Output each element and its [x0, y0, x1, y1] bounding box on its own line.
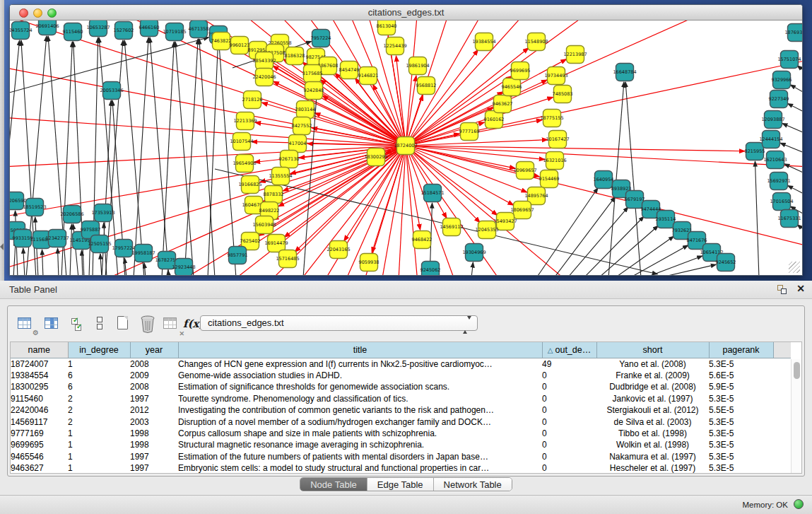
table-cell[interactable]: 2008: [130, 358, 178, 370]
graph-node[interactable]: [256, 69, 273, 86]
table-cell[interactable]: Yano et al. (2008): [596, 358, 709, 370]
graph-node[interactable]: [409, 57, 427, 75]
graph-node[interactable]: [141, 21, 158, 37]
graph-node[interactable]: [166, 23, 184, 41]
graph-node[interactable]: [494, 95, 512, 113]
graph-node[interactable]: [626, 191, 644, 209]
network-canvas[interactable]: 2435572420691406911546010653287152760264…: [10, 21, 802, 275]
table-cell[interactable]: Franke et al. (2009): [596, 370, 709, 381]
graph-node[interactable]: [767, 151, 784, 169]
graph-node[interactable]: [717, 254, 735, 271]
table-cell[interactable]: 9463627: [11, 462, 68, 474]
graph-node[interactable]: [304, 65, 322, 83]
delete-column-button[interactable]: [139, 315, 158, 333]
column-header-in-degree[interactable]: in_degree: [68, 342, 130, 358]
graph-node[interactable]: [190, 21, 208, 38]
table-cell[interactable]: 6: [68, 381, 130, 392]
table-cell[interactable]: 1998: [130, 428, 178, 439]
table-cell[interactable]: 49: [542, 358, 596, 370]
table-cell[interactable]: Genome-wide association studies in ADHD.: [178, 370, 542, 381]
table-cell[interactable]: 9465546: [11, 451, 68, 462]
table-cell[interactable]: 0: [542, 451, 596, 462]
table-cell[interactable]: 9115460: [11, 393, 68, 404]
close-panel-button[interactable]: ✕: [796, 283, 805, 294]
graph-node[interactable]: [548, 67, 565, 85]
graph-node[interactable]: [413, 231, 431, 249]
graph-node[interactable]: [773, 71, 791, 89]
table-cell[interactable]: 5.3E-5: [709, 358, 773, 370]
graph-node[interactable]: [305, 82, 323, 100]
graph-node[interactable]: [497, 213, 514, 230]
table-cell[interactable]: 5.9E-5: [709, 381, 773, 392]
table-cell[interactable]: Investigating the contribution of common…: [178, 404, 542, 416]
graph-node[interactable]: [554, 86, 572, 103]
table-cell[interactable]: Wolkin et al. (1998): [596, 439, 709, 450]
table-cell[interactable]: 6: [68, 370, 130, 381]
panel-collapse-handle[interactable]: [0, 243, 4, 250]
table-cell[interactable]: Disruption of a novel member of a sodium…: [178, 416, 542, 428]
scrollbar-thumb[interactable]: [794, 362, 800, 379]
table-cell[interactable]: 5.5E-5: [709, 404, 773, 416]
graph-node[interactable]: [773, 193, 791, 211]
table-cell[interactable]: 5.3E-5: [709, 416, 773, 428]
graph-node[interactable]: [595, 171, 613, 189]
graph-node[interactable]: [213, 33, 230, 50]
table-row[interactable]: 1456911722003Disruption of a novel membe…: [11, 416, 791, 428]
graph-node[interactable]: [293, 117, 311, 135]
table-cell[interactable]: 2: [68, 416, 130, 428]
table-cell[interactable]: 0: [542, 428, 596, 439]
table-row[interactable]: 977716911998Corpus callosum shape and si…: [11, 428, 791, 439]
table-row[interactable]: 946362711997Embryonic stem cells: a mode…: [11, 462, 791, 474]
table-cell[interactable]: 2003: [130, 416, 178, 428]
table-cell[interactable]: 0: [542, 439, 596, 450]
graph-node[interactable]: [237, 112, 254, 130]
table-cell[interactable]: 2012: [130, 404, 178, 416]
graph-node[interactable]: [443, 218, 461, 236]
graph-node[interactable]: [657, 211, 675, 228]
table-cell[interactable]: Estimation of the future numbers of pati…: [178, 451, 542, 462]
table-cell[interactable]: 1: [68, 358, 130, 370]
table-row[interactable]: 969969511998Structural magnetic resonanc…: [11, 439, 791, 450]
graph-node[interactable]: [279, 250, 297, 268]
graph-node[interactable]: [424, 185, 442, 202]
float-panel-button[interactable]: [777, 285, 787, 294]
table-cell[interactable]: 14569117: [11, 416, 68, 428]
graph-node[interactable]: [541, 170, 558, 188]
graph-node[interactable]: [781, 210, 799, 228]
table-selector-dropdown[interactable]: citations_edges.txt: [200, 315, 478, 331]
table-cell[interactable]: 2008: [130, 381, 178, 392]
graph-node[interactable]: [422, 262, 440, 276]
table-scroll-area[interactable]: name in_degree year title △out_de… short…: [10, 341, 802, 474]
table-cell[interactable]: 1997: [130, 451, 178, 462]
graph-node[interactable]: [528, 33, 546, 51]
graph-node[interactable]: [378, 21, 396, 35]
graph-node[interactable]: [115, 240, 133, 257]
graph-node[interactable]: [781, 51, 799, 69]
table-cell[interactable]: Changes of HCN gene expression and I(f) …: [178, 358, 542, 370]
graph-node[interactable]: [418, 77, 435, 95]
table-cell[interactable]: Tibbo et al. (1998): [596, 428, 709, 439]
table-cell[interactable]: 5.3E-5: [709, 451, 773, 462]
graph-node[interactable]: [297, 101, 314, 119]
graph-node[interactable]: [64, 23, 82, 41]
table-cell[interactable]: 0: [542, 393, 596, 404]
graph-node[interactable]: [763, 131, 780, 148]
graph-node[interactable]: [268, 235, 286, 252]
column-header-name[interactable]: name: [11, 342, 68, 358]
table-row[interactable]: 1938455462009Genome-wide association stu…: [11, 370, 791, 381]
graph-node[interactable]: [746, 143, 764, 160]
graph-node[interactable]: [319, 57, 337, 75]
graph-node[interactable]: [461, 123, 478, 141]
function-builder-button[interactable]: f(x): [183, 315, 201, 333]
graph-node[interactable]: [91, 235, 109, 253]
table-cell[interactable]: Embryonic stem cells: a model to study s…: [178, 462, 542, 474]
table-row[interactable]: 1872400712008Changes of HCN gene express…: [11, 358, 791, 370]
table-cell[interactable]: Jankovic et al. (1997): [596, 393, 709, 404]
table-cell[interactable]: 22420046: [11, 404, 68, 416]
graph-node[interactable]: [367, 148, 385, 166]
table-cell[interactable]: 1997: [130, 393, 178, 404]
graph-node[interactable]: [281, 151, 298, 168]
graph-node[interactable]: [64, 206, 81, 223]
table-cell[interactable]: 2009: [130, 370, 178, 381]
column-header-out-degree[interactable]: △out_de…: [542, 342, 596, 358]
